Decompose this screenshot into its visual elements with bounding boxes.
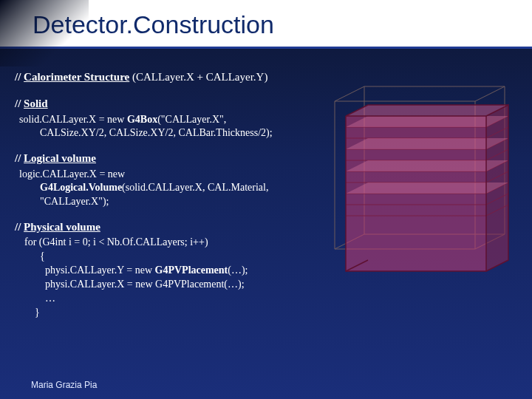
footer-author: Maria Grazia Pia bbox=[31, 380, 97, 390]
section-physical: // Physical volume bbox=[15, 219, 517, 234]
slide-content: // Calorimeter Structure (CALLayer.X + C… bbox=[0, 49, 532, 320]
section-calorimeter: // Calorimeter Structure (CALLayer.X + C… bbox=[15, 69, 517, 84]
section-label: Logical volume bbox=[24, 152, 96, 164]
comment-prefix: // bbox=[15, 98, 21, 109]
section-label: Calorimeter Structure bbox=[24, 71, 129, 83]
code-logical: logic.CALLayer.X = new G4Logical.Volume(… bbox=[19, 168, 517, 210]
page-title: Detector.Construction bbox=[0, 0, 532, 47]
code-physical: for (G4int i = 0; i < Nb.Of.CALLayers; i… bbox=[19, 236, 517, 319]
section-label: Physical volume bbox=[24, 221, 100, 233]
section-logical: // Logical volume bbox=[15, 151, 517, 166]
section-extra: (CALLayer.X + CALLayer.Y) bbox=[129, 71, 267, 83]
section-solid: // Solid bbox=[15, 96, 517, 111]
comment-prefix: // bbox=[15, 221, 21, 233]
code-solid: solid.CALLayer.X = new G4Box("CALLayer.X… bbox=[19, 113, 517, 141]
comment-prefix: // bbox=[15, 152, 21, 164]
comment-prefix: // bbox=[15, 71, 21, 83]
section-label: Solid bbox=[24, 98, 48, 109]
